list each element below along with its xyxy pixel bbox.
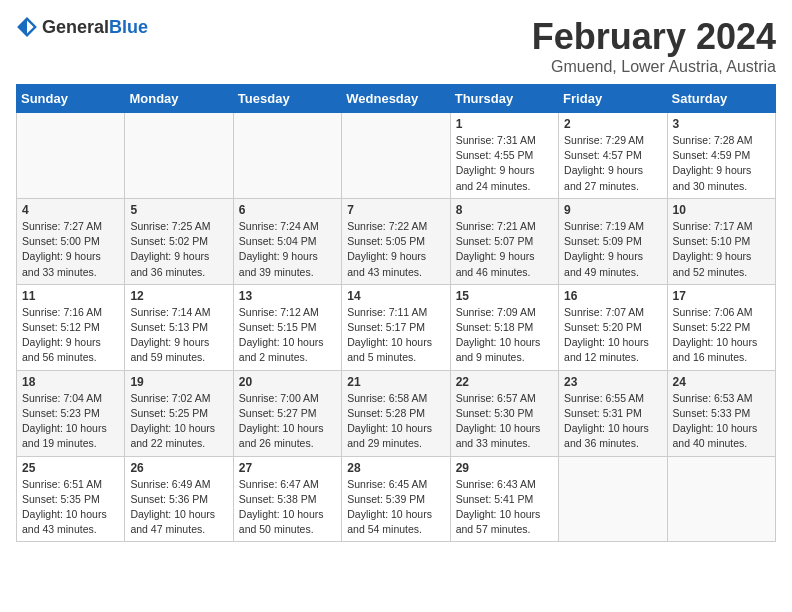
week-row-1: 4Sunrise: 7:27 AMSunset: 5:00 PMDaylight… xyxy=(17,198,776,284)
calendar-cell: 5Sunrise: 7:25 AMSunset: 5:02 PMDaylight… xyxy=(125,198,233,284)
calendar-cell: 2Sunrise: 7:29 AMSunset: 4:57 PMDaylight… xyxy=(559,113,667,199)
logo: GeneralBlue xyxy=(16,16,148,38)
day-number: 4 xyxy=(22,203,119,217)
day-info: Sunrise: 6:49 AMSunset: 5:36 PMDaylight:… xyxy=(130,477,227,538)
day-info: Sunrise: 7:00 AMSunset: 5:27 PMDaylight:… xyxy=(239,391,336,452)
header-row: SundayMondayTuesdayWednesdayThursdayFrid… xyxy=(17,85,776,113)
header-day-monday: Monday xyxy=(125,85,233,113)
header-day-tuesday: Tuesday xyxy=(233,85,341,113)
calendar-cell: 14Sunrise: 7:11 AMSunset: 5:17 PMDayligh… xyxy=(342,284,450,370)
day-info: Sunrise: 6:45 AMSunset: 5:39 PMDaylight:… xyxy=(347,477,444,538)
header-day-friday: Friday xyxy=(559,85,667,113)
day-number: 18 xyxy=(22,375,119,389)
day-info: Sunrise: 6:58 AMSunset: 5:28 PMDaylight:… xyxy=(347,391,444,452)
calendar-cell: 20Sunrise: 7:00 AMSunset: 5:27 PMDayligh… xyxy=(233,370,341,456)
day-info: Sunrise: 6:53 AMSunset: 5:33 PMDaylight:… xyxy=(673,391,770,452)
logo-icon xyxy=(16,16,38,38)
calendar-cell xyxy=(342,113,450,199)
calendar-cell: 15Sunrise: 7:09 AMSunset: 5:18 PMDayligh… xyxy=(450,284,558,370)
calendar-cell xyxy=(17,113,125,199)
day-info: Sunrise: 7:12 AMSunset: 5:15 PMDaylight:… xyxy=(239,305,336,366)
day-info: Sunrise: 7:11 AMSunset: 5:17 PMDaylight:… xyxy=(347,305,444,366)
calendar-cell: 1Sunrise: 7:31 AMSunset: 4:55 PMDaylight… xyxy=(450,113,558,199)
day-number: 5 xyxy=(130,203,227,217)
calendar-cell: 19Sunrise: 7:02 AMSunset: 5:25 PMDayligh… xyxy=(125,370,233,456)
day-number: 26 xyxy=(130,461,227,475)
header-day-wednesday: Wednesday xyxy=(342,85,450,113)
week-row-3: 18Sunrise: 7:04 AMSunset: 5:23 PMDayligh… xyxy=(17,370,776,456)
day-number: 17 xyxy=(673,289,770,303)
day-number: 13 xyxy=(239,289,336,303)
day-info: Sunrise: 7:29 AMSunset: 4:57 PMDaylight:… xyxy=(564,133,661,194)
calendar-cell: 22Sunrise: 6:57 AMSunset: 5:30 PMDayligh… xyxy=(450,370,558,456)
logo-general-text: General xyxy=(42,17,109,37)
calendar-cell: 18Sunrise: 7:04 AMSunset: 5:23 PMDayligh… xyxy=(17,370,125,456)
calendar-cell: 6Sunrise: 7:24 AMSunset: 5:04 PMDaylight… xyxy=(233,198,341,284)
day-info: Sunrise: 7:02 AMSunset: 5:25 PMDaylight:… xyxy=(130,391,227,452)
header-day-saturday: Saturday xyxy=(667,85,775,113)
calendar-cell: 16Sunrise: 7:07 AMSunset: 5:20 PMDayligh… xyxy=(559,284,667,370)
day-info: Sunrise: 7:04 AMSunset: 5:23 PMDaylight:… xyxy=(22,391,119,452)
day-info: Sunrise: 6:43 AMSunset: 5:41 PMDaylight:… xyxy=(456,477,553,538)
day-number: 8 xyxy=(456,203,553,217)
calendar-cell: 11Sunrise: 7:16 AMSunset: 5:12 PMDayligh… xyxy=(17,284,125,370)
day-info: Sunrise: 6:47 AMSunset: 5:38 PMDaylight:… xyxy=(239,477,336,538)
page-header: GeneralBlue February 2024 Gmuend, Lower … xyxy=(16,16,776,76)
calendar-cell: 3Sunrise: 7:28 AMSunset: 4:59 PMDaylight… xyxy=(667,113,775,199)
page-subtitle: Gmuend, Lower Austria, Austria xyxy=(532,58,776,76)
day-info: Sunrise: 7:09 AMSunset: 5:18 PMDaylight:… xyxy=(456,305,553,366)
day-info: Sunrise: 6:55 AMSunset: 5:31 PMDaylight:… xyxy=(564,391,661,452)
calendar-cell: 26Sunrise: 6:49 AMSunset: 5:36 PMDayligh… xyxy=(125,456,233,542)
day-number: 2 xyxy=(564,117,661,131)
day-number: 29 xyxy=(456,461,553,475)
calendar-header: SundayMondayTuesdayWednesdayThursdayFrid… xyxy=(17,85,776,113)
week-row-4: 25Sunrise: 6:51 AMSunset: 5:35 PMDayligh… xyxy=(17,456,776,542)
calendar-cell: 21Sunrise: 6:58 AMSunset: 5:28 PMDayligh… xyxy=(342,370,450,456)
day-info: Sunrise: 7:19 AMSunset: 5:09 PMDaylight:… xyxy=(564,219,661,280)
calendar-cell xyxy=(125,113,233,199)
calendar-cell: 17Sunrise: 7:06 AMSunset: 5:22 PMDayligh… xyxy=(667,284,775,370)
calendar-table: SundayMondayTuesdayWednesdayThursdayFrid… xyxy=(16,84,776,542)
calendar-body: 1Sunrise: 7:31 AMSunset: 4:55 PMDaylight… xyxy=(17,113,776,542)
header-day-sunday: Sunday xyxy=(17,85,125,113)
calendar-cell: 13Sunrise: 7:12 AMSunset: 5:15 PMDayligh… xyxy=(233,284,341,370)
day-number: 6 xyxy=(239,203,336,217)
calendar-cell xyxy=(667,456,775,542)
day-info: Sunrise: 6:57 AMSunset: 5:30 PMDaylight:… xyxy=(456,391,553,452)
day-info: Sunrise: 7:16 AMSunset: 5:12 PMDaylight:… xyxy=(22,305,119,366)
day-number: 23 xyxy=(564,375,661,389)
page-title: February 2024 xyxy=(532,16,776,58)
day-info: Sunrise: 7:17 AMSunset: 5:10 PMDaylight:… xyxy=(673,219,770,280)
day-info: Sunrise: 7:28 AMSunset: 4:59 PMDaylight:… xyxy=(673,133,770,194)
day-number: 11 xyxy=(22,289,119,303)
day-info: Sunrise: 7:24 AMSunset: 5:04 PMDaylight:… xyxy=(239,219,336,280)
day-info: Sunrise: 7:21 AMSunset: 5:07 PMDaylight:… xyxy=(456,219,553,280)
calendar-cell: 9Sunrise: 7:19 AMSunset: 5:09 PMDaylight… xyxy=(559,198,667,284)
day-number: 3 xyxy=(673,117,770,131)
calendar-cell: 23Sunrise: 6:55 AMSunset: 5:31 PMDayligh… xyxy=(559,370,667,456)
calendar-cell: 27Sunrise: 6:47 AMSunset: 5:38 PMDayligh… xyxy=(233,456,341,542)
day-info: Sunrise: 7:06 AMSunset: 5:22 PMDaylight:… xyxy=(673,305,770,366)
day-number: 20 xyxy=(239,375,336,389)
day-number: 24 xyxy=(673,375,770,389)
day-number: 19 xyxy=(130,375,227,389)
logo-blue-text: Blue xyxy=(109,17,148,37)
calendar-cell: 7Sunrise: 7:22 AMSunset: 5:05 PMDaylight… xyxy=(342,198,450,284)
week-row-0: 1Sunrise: 7:31 AMSunset: 4:55 PMDaylight… xyxy=(17,113,776,199)
calendar-cell: 28Sunrise: 6:45 AMSunset: 5:39 PMDayligh… xyxy=(342,456,450,542)
day-number: 16 xyxy=(564,289,661,303)
title-block: February 2024 Gmuend, Lower Austria, Aus… xyxy=(532,16,776,76)
header-day-thursday: Thursday xyxy=(450,85,558,113)
day-info: Sunrise: 7:27 AMSunset: 5:00 PMDaylight:… xyxy=(22,219,119,280)
day-info: Sunrise: 7:22 AMSunset: 5:05 PMDaylight:… xyxy=(347,219,444,280)
week-row-2: 11Sunrise: 7:16 AMSunset: 5:12 PMDayligh… xyxy=(17,284,776,370)
calendar-cell xyxy=(233,113,341,199)
calendar-cell: 24Sunrise: 6:53 AMSunset: 5:33 PMDayligh… xyxy=(667,370,775,456)
day-number: 1 xyxy=(456,117,553,131)
day-number: 21 xyxy=(347,375,444,389)
day-number: 10 xyxy=(673,203,770,217)
day-number: 22 xyxy=(456,375,553,389)
day-number: 9 xyxy=(564,203,661,217)
day-number: 14 xyxy=(347,289,444,303)
calendar-cell: 8Sunrise: 7:21 AMSunset: 5:07 PMDaylight… xyxy=(450,198,558,284)
